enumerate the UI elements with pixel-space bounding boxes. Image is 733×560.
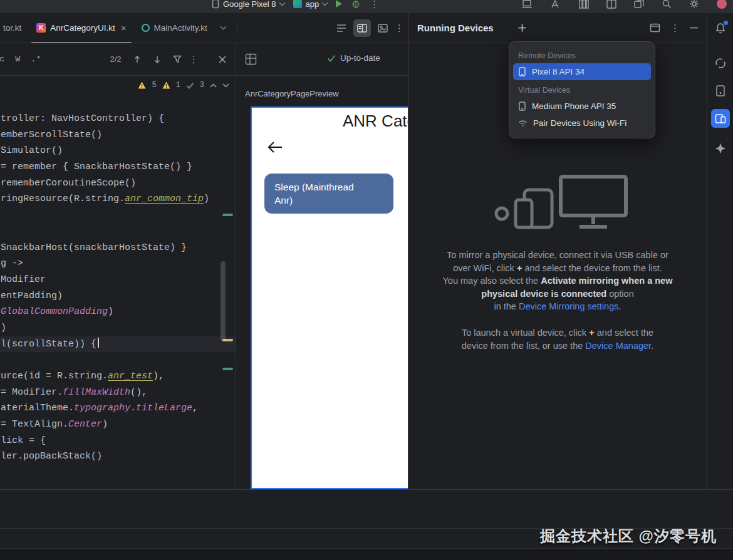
settings-icon[interactable] xyxy=(689,0,699,9)
search-icon[interactable] xyxy=(662,0,672,9)
back-arrow-icon[interactable] xyxy=(267,140,283,154)
code-line[interactable]: Modifier xyxy=(0,272,236,288)
code-line[interactable]: lick = { xyxy=(0,433,236,449)
phone-icon xyxy=(518,67,526,76)
design-view-button[interactable] xyxy=(374,19,392,37)
ai-actions-icon[interactable] xyxy=(550,0,561,9)
code-line[interactable]: troller: NavHostController) { xyxy=(0,111,236,127)
warning-count: 5 xyxy=(152,81,156,90)
code-editor[interactable]: troller: NavHostController) {emberScroll… xyxy=(0,76,236,489)
close-tab-icon[interactable] xyxy=(121,23,127,33)
code-text: troller: NavHostController) { xyxy=(1,113,164,124)
popup-item[interactable]: Medium Phone API 35 xyxy=(513,98,651,115)
code-line[interactable]: ringResource(R.string.anr_common_tip) xyxy=(0,191,236,207)
watermark-text: 掘金技术社区 @汐零号机 xyxy=(540,526,717,546)
code-line[interactable]: rememberCoroutineScope() xyxy=(0,175,236,192)
code-text: ), xyxy=(153,371,164,381)
code-line[interactable]: urce(id = R.string.anr_test), xyxy=(0,368,236,385)
split-view-button[interactable] xyxy=(353,19,371,37)
running-devices-tool-button[interactable] xyxy=(711,109,730,128)
text: To launch a virtual device, click xyxy=(462,328,589,338)
popup-item-label: Medium Phone API 35 xyxy=(532,101,616,111)
tab-tor-kt[interactable]: tor.kt xyxy=(0,13,29,43)
previous-match-button[interactable] xyxy=(133,55,142,64)
tab-list-dropdown-icon[interactable] xyxy=(215,13,232,43)
change-marker[interactable] xyxy=(222,214,233,216)
hide-panel-icon[interactable] xyxy=(690,27,698,29)
avatar[interactable] xyxy=(717,0,727,9)
check-icon xyxy=(186,82,194,89)
code-line[interactable]: emberScrollState() xyxy=(0,127,236,143)
code-line[interactable]: = TextAlign.Center) xyxy=(0,417,236,433)
code-line[interactable] xyxy=(0,224,236,240)
status-bar xyxy=(0,549,733,560)
notifications-bell-icon[interactable] xyxy=(714,22,727,35)
code-line[interactable]: = Modifier.fillMaxWidth(), xyxy=(0,385,236,401)
check-icon xyxy=(327,54,336,62)
code-line[interactable]: GlobalCommonPadding) xyxy=(0,304,236,320)
preview-grid-layout-icon[interactable] xyxy=(245,53,257,65)
code-text: ) xyxy=(204,194,209,204)
chevron-down-icon xyxy=(279,0,285,6)
find-options-icon[interactable] xyxy=(189,54,199,64)
code-line[interactable]: ) xyxy=(0,320,236,336)
code-line[interactable]: entPadding) xyxy=(0,288,236,304)
sleep-mainthread-anr-button[interactable]: Sleep (Mainthread Anr) xyxy=(264,174,393,214)
inspections-widget[interactable]: 5 1 3 xyxy=(134,79,233,91)
more-actions-icon[interactable] xyxy=(370,0,379,9)
add-device-button[interactable] xyxy=(517,23,527,33)
text-line: device from the list, or use the Device … xyxy=(408,340,707,353)
close-find-icon[interactable] xyxy=(218,55,227,64)
code-text: ) xyxy=(108,306,113,317)
next-match-button[interactable] xyxy=(153,55,162,64)
device-selector[interactable]: Google Pixel 8 xyxy=(212,0,284,9)
match-case-toggle[interactable]: Cc xyxy=(0,54,4,64)
editor-options-icon[interactable] xyxy=(395,23,404,33)
next-problem-icon[interactable] xyxy=(222,83,229,88)
code-line[interactable]: Simulator() xyxy=(0,143,236,159)
popup-item[interactable]: Pair Devices Using Wi-Fi xyxy=(513,115,651,132)
code-line[interactable] xyxy=(0,352,236,368)
device-manager-icon[interactable] xyxy=(715,85,726,97)
code-view-button[interactable] xyxy=(333,19,350,37)
assistant-icon[interactable] xyxy=(714,57,727,70)
debug-button[interactable] xyxy=(351,0,361,9)
device-mirroring-settings-link[interactable]: Device Mirroring settings xyxy=(519,301,619,311)
window-mode-icon[interactable] xyxy=(650,23,660,33)
device-preview-frame[interactable]: ANR Cate Sleep (Mainthread Anr) xyxy=(251,106,408,489)
regex-toggle[interactable]: .* xyxy=(31,54,41,64)
code-line[interactable]: = remember { SnackbarHostState() } xyxy=(0,159,236,175)
popup-item[interactable]: Pixel 8 API 34 xyxy=(513,63,651,80)
laptop-icon[interactable] xyxy=(521,0,533,9)
whole-words-toggle[interactable]: W xyxy=(15,54,20,64)
tab-mainactivity-kt[interactable]: MainActivity.kt xyxy=(134,13,215,43)
device-manager-link[interactable]: Device Manager xyxy=(585,341,651,351)
preview-name[interactable]: AnrCategoryPagePreview xyxy=(245,89,339,98)
main-toolbar: Google Pixel 8 app xyxy=(0,0,733,13)
code-text: typography xyxy=(74,403,130,413)
code-line[interactable]: ler.popBackStack() xyxy=(0,449,236,465)
code-line[interactable]: aterialTheme.typography.titleLarge, xyxy=(0,400,236,417)
gemini-sparkle-icon[interactable] xyxy=(714,142,727,155)
code-line[interactable] xyxy=(0,207,236,224)
text: Activate mirroring when a new xyxy=(541,276,672,286)
preview-toolbar: Up-to-date xyxy=(236,43,408,76)
columns-icon[interactable] xyxy=(579,0,589,9)
code-text: Modifier xyxy=(1,274,46,285)
code-line[interactable]: l(scrollState)) { xyxy=(0,336,236,353)
windows-icon[interactable] xyxy=(634,0,644,9)
layout-icon[interactable] xyxy=(606,0,616,9)
phone-icon xyxy=(518,101,526,111)
code-line[interactable]: SnackbarHost(snackbarHostState) } xyxy=(0,240,236,256)
panel-options-icon[interactable] xyxy=(670,23,680,33)
editor-scrollbar[interactable] xyxy=(221,261,226,341)
text: device from the list, or use the xyxy=(462,341,585,351)
code-line[interactable]: g -> xyxy=(0,256,236,272)
app-config-icon xyxy=(293,0,302,8)
filter-icon[interactable] xyxy=(173,55,182,63)
previous-problem-icon[interactable] xyxy=(210,83,217,88)
run-config-selector[interactable]: app xyxy=(293,0,328,9)
tab-anrcategoryui-kt[interactable]: AnrCategoryUI.kt xyxy=(29,13,133,43)
run-button[interactable] xyxy=(336,0,342,8)
change-marker[interactable] xyxy=(222,368,233,370)
